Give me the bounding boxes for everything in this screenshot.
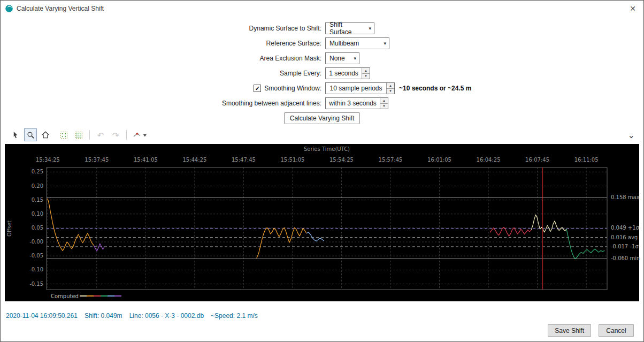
svg-text:15:44:25: 15:44:25 — [182, 157, 206, 163]
grid-minor-toggle-icon[interactable] — [72, 128, 85, 141]
svg-text:0.158 max: 0.158 max — [611, 194, 640, 200]
chart-toolbar: ↶ ↷ ⌄ — [9, 128, 635, 142]
svg-text:16:11:05: 16:11:05 — [574, 157, 599, 163]
svg-text:15:47:45: 15:47:45 — [232, 157, 256, 163]
zoom-tool-icon[interactable] — [24, 128, 37, 141]
svg-text:15:54:25: 15:54:25 — [329, 157, 354, 163]
row-smoothing-adjacent: Smoothing between adjacent lines: within… — [1, 97, 643, 109]
svg-text:16:04:25: 16:04:25 — [477, 157, 501, 163]
svg-text:-0.15: -0.15 — [29, 281, 43, 287]
svg-text:16:07:45: 16:07:45 — [525, 157, 549, 163]
svg-text:-0.10: -0.10 — [29, 267, 43, 272]
close-icon[interactable]: ✕ — [630, 4, 636, 13]
status-line-name: Line: 0056 - X-3 - 0002.db — [129, 312, 204, 320]
smoothing-adjacent-spinner[interactable]: within 3 seconds ▲ ▼ — [325, 97, 388, 109]
svg-text:0.05: 0.05 — [32, 225, 43, 231]
svg-text:15:57:45: 15:57:45 — [379, 157, 403, 163]
reference-surface-value: Multibeam — [329, 40, 359, 47]
spin-up-icon[interactable]: ▲ — [380, 98, 388, 103]
dialog-calculate-varying-vertical-shift: Calculate Varying Vertical Shift ✕ Dynam… — [0, 0, 644, 342]
title-bar[interactable]: Calculate Varying Vertical Shift ✕ — [1, 1, 643, 17]
pointer-tool-icon[interactable] — [9, 128, 22, 141]
sample-every-value: 1 seconds — [326, 68, 362, 79]
offset-time-chart[interactable]: Series Time(UTC)15:34:2515:37:4515:41:05… — [5, 144, 639, 301]
area-exclusion-mask-label: Area Exclusion Mask: — [260, 55, 321, 62]
dialog-footer: Save Shift Cancel — [548, 324, 634, 337]
area-exclusion-mask-select[interactable]: None ▾ — [325, 52, 359, 64]
smoothing-adjacent-value: within 3 seconds — [326, 98, 380, 109]
collapse-panel-chevron-icon[interactable]: ⌄ — [628, 130, 635, 140]
check-icon: ✓ — [255, 85, 260, 92]
sample-every-spinner[interactable]: 1 seconds ▲ ▼ — [325, 67, 370, 79]
offset-time-chart-svg[interactable]: Series Time(UTC)15:34:2515:37:4515:41:05… — [5, 144, 640, 301]
svg-text:-0.060 min: -0.060 min — [611, 255, 640, 261]
home-view-icon[interactable] — [39, 128, 52, 141]
svg-text:-0.00: -0.00 — [29, 239, 43, 245]
svg-text:0.20: 0.20 — [32, 183, 43, 189]
app-logo-icon — [5, 4, 13, 13]
smoothing-window-label: Smoothing Window: — [264, 85, 321, 92]
svg-text:Offset: Offset — [6, 221, 12, 237]
undo-icon[interactable]: ↶ — [94, 128, 107, 141]
smoothing-window-hint: ~10 seconds or ~24.5 m — [399, 85, 471, 92]
dynamic-surface-label: Dynamic Surface to Shift: — [249, 25, 321, 32]
svg-text:0.10: 0.10 — [32, 211, 43, 217]
shift-form: Dynamic Surface to Shift: Shift Surface … — [1, 22, 643, 124]
row-area-exclusion-mask: Area Exclusion Mask: None ▾ — [1, 52, 643, 64]
svg-text:Series Time(UTC): Series Time(UTC) — [304, 146, 350, 152]
smoothing-adjacent-label: Smoothing between adjacent lines: — [222, 100, 321, 107]
svg-text:0.15: 0.15 — [32, 197, 43, 203]
toolbar-separator — [89, 130, 90, 140]
save-shift-button[interactable]: Save Shift — [548, 324, 591, 337]
svg-text:-0.05: -0.05 — [29, 253, 43, 259]
svg-text:0.049 +1σ: 0.049 +1σ — [611, 225, 640, 231]
reference-surface-select[interactable]: Multibeam ▾ — [325, 37, 389, 49]
status-shift: Shift: 0.049m — [85, 312, 122, 320]
svg-text:0.25: 0.25 — [32, 169, 43, 174]
svg-text:15:41:05: 15:41:05 — [134, 157, 158, 163]
status-timestamp: 2020-11-04 16:09:50.261 — [6, 312, 78, 320]
dialog-title: Calculate Varying Vertical Shift — [17, 1, 104, 17]
row-sample-every: Sample Every: 1 seconds ▲ ▼ — [1, 67, 643, 79]
svg-text:15:34:25: 15:34:25 — [36, 157, 60, 163]
svg-text:-0.017 -1σ: -0.017 -1σ — [611, 244, 639, 249]
cursor-status-line: 2020-11-04 16:09:50.261Shift: 0.049mLine… — [6, 312, 265, 320]
spin-up-icon[interactable]: ▲ — [387, 83, 394, 88]
svg-text:Computed: Computed — [51, 293, 79, 299]
svg-text:0.016 avg: 0.016 avg — [611, 234, 638, 240]
reference-surface-label: Reference Surface: — [266, 40, 321, 47]
chevron-down-icon: ▾ — [379, 41, 386, 46]
row-smoothing-window: ✓ Smoothing Window: 10 sample periods ▲ … — [1, 82, 643, 94]
dynamic-surface-value: Shift Surface — [329, 21, 364, 36]
smoothing-window-checkbox[interactable]: ✓ — [254, 85, 261, 92]
status-speed: ~Speed: 2.1 m/s — [211, 312, 258, 320]
spin-down-icon[interactable]: ▼ — [380, 103, 388, 109]
smoothing-window-value: 10 sample periods — [326, 83, 386, 94]
svg-text:15:37:45: 15:37:45 — [85, 157, 109, 163]
area-exclusion-mask-value: None — [329, 55, 345, 62]
cancel-button[interactable]: Cancel — [599, 324, 634, 337]
spin-down-icon[interactable]: ▼ — [362, 73, 370, 79]
sample-every-label: Sample Every: — [280, 70, 321, 77]
chevron-down-icon: ▾ — [349, 56, 356, 61]
toolbar-separator — [126, 130, 127, 140]
redo-icon[interactable]: ↷ — [109, 128, 122, 141]
dynamic-surface-select[interactable]: Shift Surface ▾ — [325, 22, 374, 34]
series-style-menu-icon[interactable] — [131, 128, 149, 141]
smoothing-window-spinner[interactable]: 10 sample periods ▲ ▼ — [325, 82, 395, 94]
grid-major-toggle-icon[interactable] — [57, 128, 70, 141]
svg-text:16:01:05: 16:01:05 — [427, 157, 451, 163]
spin-down-icon[interactable]: ▼ — [387, 88, 394, 94]
row-reference-surface: Reference Surface: Multibeam ▾ — [1, 37, 643, 49]
spin-up-icon[interactable]: ▲ — [362, 68, 370, 73]
row-dynamic-surface: Dynamic Surface to Shift: Shift Surface … — [1, 22, 643, 34]
svg-text:15:51:05: 15:51:05 — [280, 157, 304, 163]
calculate-varying-shift-button[interactable]: Calculate Varying Shift — [284, 112, 361, 124]
chevron-down-icon: ▾ — [364, 26, 371, 31]
